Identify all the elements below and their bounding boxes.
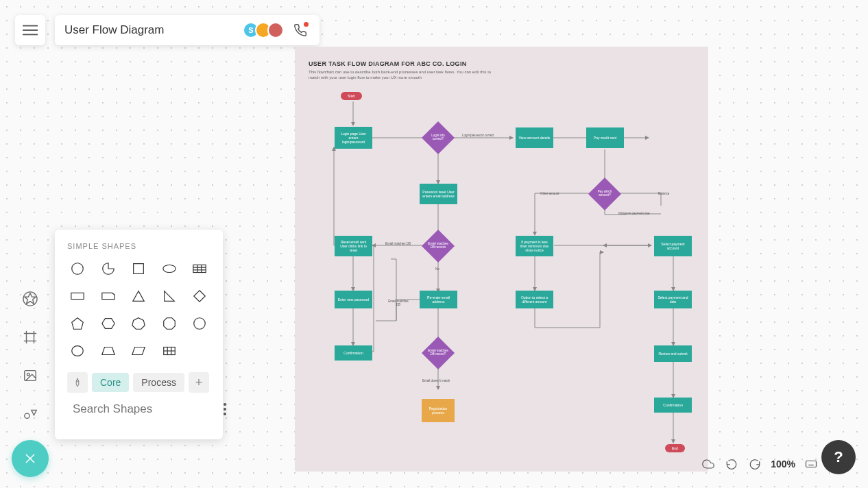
svg-point-11	[25, 413, 29, 418]
svg-rect-41	[806, 461, 817, 467]
svg-marker-34	[132, 347, 145, 355]
shape-arc[interactable]	[98, 260, 119, 278]
tab-process[interactable]: Process	[133, 373, 184, 392]
shape-library-tabs: Core Process +	[67, 372, 210, 393]
search-row	[67, 402, 210, 416]
svg-marker-26	[194, 291, 206, 302]
shape-octagon[interactable]	[159, 315, 180, 332]
shape-grid-table[interactable]	[189, 260, 210, 278]
search-input[interactable]	[73, 402, 218, 416]
svg-marker-33	[101, 347, 114, 355]
node-payment-less[interactable]: If payment is less than minimum due show…	[516, 236, 553, 256]
node-email-matches-2[interactable]: Email matches DB record?	[426, 341, 450, 365]
diagram-title: USER TASK FLOW DIAGRAM FOR ABC CO. LOGIN	[309, 60, 501, 67]
node-review-submit[interactable]: Review and submit	[654, 345, 692, 362]
shape-heptagon[interactable]	[128, 315, 149, 332]
connectors	[295, 47, 708, 472]
notification-dot	[304, 22, 309, 27]
add-library-button[interactable]: +	[189, 372, 209, 393]
label-email-matches: Email matches DB	[385, 242, 411, 245]
svg-marker-27	[72, 318, 84, 330]
node-pay-which[interactable]: Pay which amount?	[593, 182, 616, 206]
node-reset-email[interactable]: Reset email sent User clicks link to res…	[335, 236, 372, 256]
svg-point-17	[163, 265, 176, 273]
node-start[interactable]: Start	[341, 92, 362, 100]
svg-marker-30	[164, 318, 176, 330]
svg-rect-23	[71, 293, 84, 299]
shapes-panel: SIMPLE SHAPES Core Process +	[55, 230, 223, 439]
shape-rectangle[interactable]	[67, 287, 88, 305]
tab-core[interactable]: Core	[92, 373, 129, 392]
node-view-account[interactable]: View account details	[516, 127, 553, 148]
help-button[interactable]: ?	[821, 440, 856, 474]
shape-nonagon[interactable]	[189, 315, 210, 332]
node-confirmation[interactable]: Confirmation	[335, 345, 372, 361]
shape-grid	[67, 260, 210, 360]
node-reenter-email[interactable]: Re-enter email address	[420, 291, 457, 308]
label-min-payment: Minimum payment due	[618, 212, 650, 215]
shape-parallelogram[interactable]	[128, 342, 149, 360]
shapes-tool[interactable]	[18, 286, 43, 311]
image-tool[interactable]	[18, 363, 43, 388]
shape-cylinder-top[interactable]	[67, 342, 88, 360]
label-no: No	[435, 267, 439, 271]
cloud-sync-icon[interactable]	[701, 456, 716, 472]
shape-card[interactable]	[98, 287, 119, 305]
label-balance: Balance	[658, 192, 669, 195]
diagram-subtitle: This flowchart can use to describe both …	[309, 70, 501, 81]
shape-ellipse[interactable]	[159, 260, 180, 278]
keyboard-shortcuts-button[interactable]	[804, 456, 819, 472]
node-new-password[interactable]: Enter new password	[335, 291, 372, 308]
node-password-reset[interactable]: Password reset User enters email address	[420, 184, 457, 204]
svg-point-32	[72, 346, 84, 356]
node-option-select[interactable]: Option to select a different amount	[516, 291, 553, 308]
node-pay-credit[interactable]: Pay credit card	[586, 127, 624, 148]
svg-marker-25	[164, 291, 174, 302]
shape-pentagon[interactable]	[67, 315, 88, 332]
shape-hexagon[interactable]	[98, 315, 119, 332]
title-bar: User Flow Diagram S	[55, 15, 320, 45]
svg-point-31	[194, 318, 206, 330]
label-email-matches-2: Email matches DB	[388, 300, 409, 306]
shape-triangle[interactable]	[128, 287, 149, 305]
call-button[interactable]	[291, 21, 310, 40]
svg-point-15	[72, 263, 84, 275]
close-panel-button[interactable]	[12, 440, 49, 477]
panel-section-title: SIMPLE SHAPES	[67, 242, 210, 250]
node-login-page[interactable]: Login page User enters login/password	[335, 127, 372, 149]
node-confirmation-2[interactable]: Confirmation	[654, 398, 692, 413]
shape-square[interactable]	[128, 260, 149, 278]
collaborator-avatars: S	[247, 22, 284, 38]
redo-button[interactable]	[747, 456, 762, 472]
frame-tool[interactable]	[18, 325, 43, 350]
svg-rect-16	[134, 264, 144, 274]
svg-marker-12	[32, 411, 36, 415]
document-title[interactable]: User Flow Diagram	[64, 23, 247, 37]
node-email-matches[interactable]: Email matches DB records	[426, 234, 450, 258]
svg-marker-3	[25, 293, 36, 304]
zoom-level[interactable]: 100%	[771, 459, 795, 469]
shape-trapezoid[interactable]	[98, 342, 119, 360]
pin-library-button[interactable]	[67, 372, 88, 393]
node-select-date[interactable]: Select payment and date	[654, 291, 692, 308]
undo-button[interactable]	[724, 456, 739, 472]
shape-diamond[interactable]	[189, 287, 210, 305]
svg-rect-18	[193, 265, 206, 273]
shape-circle[interactable]	[67, 260, 88, 278]
node-end[interactable]: End	[665, 444, 685, 452]
label-login-correct: Login/password correct	[462, 134, 494, 137]
hamburger-menu[interactable]	[15, 15, 45, 45]
node-login-match[interactable]: Login info correct?	[426, 126, 450, 149]
svg-point-10	[27, 373, 29, 376]
freehand-tool[interactable]	[18, 402, 43, 426]
label-no-match: Email doesn't match	[422, 379, 450, 382]
svg-marker-24	[133, 291, 145, 302]
node-select-payment[interactable]: Select payment account	[654, 236, 692, 256]
diagram-canvas[interactable]: USER TASK FLOW DIAGRAM FOR ABC CO. LOGIN…	[295, 47, 708, 472]
panel-more-menu[interactable]	[224, 403, 226, 415]
label-other-amount: Other amount	[540, 192, 559, 195]
shape-table[interactable]	[159, 342, 180, 360]
avatar-user-3[interactable]	[267, 22, 284, 38]
node-registration[interactable]: Registration process	[422, 399, 455, 422]
shape-right-triangle[interactable]	[159, 287, 180, 305]
